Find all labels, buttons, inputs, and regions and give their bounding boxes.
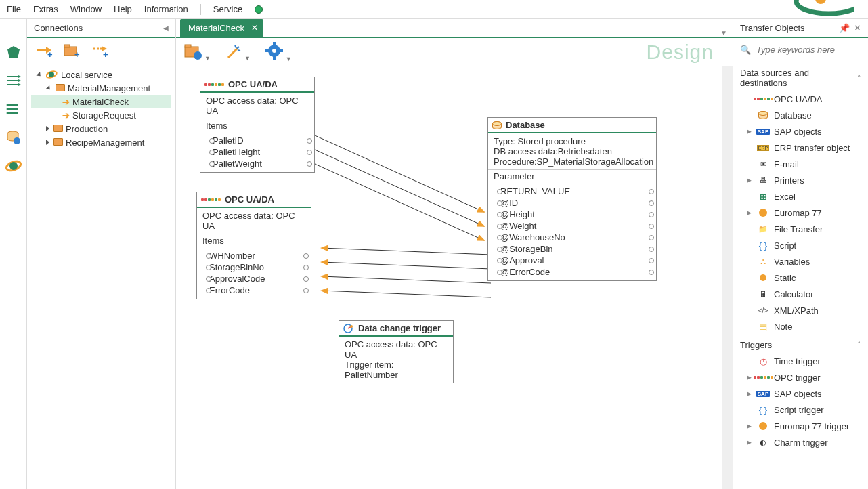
palette-item[interactable]: { }Script trigger bbox=[733, 402, 868, 418]
toolbar-wand-icon[interactable]: ▼ bbox=[225, 43, 251, 62]
palette-item[interactable]: ▤Note bbox=[733, 318, 868, 335]
scrollbar-thumb[interactable] bbox=[723, 229, 731, 270]
palette-item[interactable]: Static bbox=[733, 270, 868, 286]
rail-flow2-icon[interactable] bbox=[5, 100, 22, 118]
palette-item[interactable]: ▶◐Charm trigger bbox=[733, 434, 868, 450]
expand-icon: ▶ bbox=[747, 439, 752, 446]
node-item[interactable]: WHNomber bbox=[209, 251, 255, 261]
svg-rect-29 bbox=[265, 49, 269, 52]
palette-item[interactable]: ▶SAPSAP objects bbox=[733, 385, 868, 402]
item-label: Euromap 77 trigger bbox=[774, 421, 849, 431]
toolbar-add-link[interactable]: + bbox=[92, 43, 110, 60]
item-icon: ⊞ bbox=[758, 192, 768, 201]
palette-item[interactable]: ▶Euromap 77 trigger bbox=[733, 418, 868, 434]
svg-rect-30 bbox=[280, 49, 283, 52]
tab-material-check[interactable]: MaterialCheck ✕ bbox=[180, 19, 263, 37]
section-triggers[interactable]: Triggers˄ bbox=[733, 335, 868, 353]
palette-item[interactable]: ◷Time trigger bbox=[733, 353, 868, 369]
tab-close-icon[interactable]: ✕ bbox=[251, 23, 258, 33]
node-param[interactable]: @ID bbox=[500, 198, 518, 208]
panel-collapse-icon[interactable]: ◀ bbox=[163, 24, 169, 32]
menu-information[interactable]: Information bbox=[144, 4, 188, 14]
node-param[interactable]: @StorageBin bbox=[500, 244, 553, 254]
menu-service[interactable]: Service bbox=[213, 4, 242, 14]
item-label: Static bbox=[774, 273, 796, 283]
palette-item[interactable]: </>XML/XPath bbox=[733, 302, 868, 318]
node-item[interactable]: PalletID bbox=[213, 135, 244, 146]
toolbar-folder-gear-icon[interactable]: ▼ bbox=[184, 43, 211, 62]
palette-item[interactable]: 🖩Calculator bbox=[733, 286, 868, 302]
toolbar-add-connection[interactable]: + bbox=[35, 43, 53, 60]
tab-list-dropdown-icon[interactable]: ▼ bbox=[720, 29, 727, 37]
palette-item[interactable]: ✉E-mail bbox=[733, 156, 868, 172]
rail-flow-icon[interactable] bbox=[5, 72, 22, 89]
item-icon: ✉ bbox=[758, 159, 768, 169]
toolbar-gear-icon[interactable]: ▼ bbox=[265, 42, 292, 63]
design-canvas[interactable]: OPC UA/DA OPC access data: OPC UA Items … bbox=[176, 66, 733, 489]
node-database[interactable]: Database Type: Stored procedure DB acces… bbox=[487, 117, 657, 281]
palette-item[interactable]: ∴Variables bbox=[733, 253, 868, 270]
palette-item[interactable]: ▶OPC trigger bbox=[733, 369, 868, 385]
node-info: DB access data:Betriebsdaten bbox=[494, 146, 651, 156]
palette-item[interactable]: ERPERP transfer object bbox=[733, 140, 868, 156]
rail-shield-icon[interactable] bbox=[5, 43, 22, 61]
node-param[interactable]: @WarehouseNo bbox=[500, 232, 565, 242]
arrow-icon: ➔ bbox=[62, 97, 70, 107]
item-icon: SAP bbox=[758, 389, 768, 398]
palette-item[interactable]: Database bbox=[733, 107, 868, 123]
node-item[interactable]: PalletHeight bbox=[213, 147, 260, 157]
item-icon: SAP bbox=[758, 127, 768, 136]
pin-icon[interactable]: 📌 bbox=[839, 23, 850, 33]
node-item[interactable]: ApprovalCode bbox=[209, 274, 265, 284]
item-icon: 🖩 bbox=[758, 289, 768, 299]
section-data-sources[interactable]: Data sources and destinations˄ bbox=[733, 62, 868, 91]
node-trigger[interactable]: Data change trigger OPC access data: OPC… bbox=[339, 320, 454, 383]
tree-material-check[interactable]: ➔MaterialCheck bbox=[31, 95, 171, 108]
item-icon bbox=[758, 421, 768, 431]
node-param[interactable]: @Approval bbox=[500, 255, 544, 265]
node-item[interactable]: PalletWeight bbox=[213, 158, 262, 169]
item-label: SAP objects bbox=[774, 389, 822, 399]
node-param[interactable]: @Height bbox=[500, 209, 535, 219]
item-label: Variables bbox=[774, 257, 810, 267]
palette-item[interactable]: ⊞Excel bbox=[733, 188, 868, 205]
menu-window[interactable]: Window bbox=[70, 4, 102, 14]
node-param[interactable]: @Weight bbox=[500, 221, 536, 231]
item-label: Note bbox=[774, 322, 792, 332]
rail-globe-icon[interactable] bbox=[5, 157, 22, 175]
node-param[interactable]: @ErrorCode bbox=[500, 267, 550, 277]
close-icon[interactable]: ✕ bbox=[854, 23, 861, 33]
menu-help[interactable]: Help bbox=[114, 4, 132, 14]
node-opc1[interactable]: OPC UA/DA OPC access data: OPC UA Items … bbox=[200, 77, 315, 173]
tree-production[interactable]: Production bbox=[31, 122, 171, 135]
search-input[interactable] bbox=[756, 45, 868, 55]
palette-item[interactable]: ▶🖶Printers bbox=[733, 172, 868, 188]
palette-item[interactable]: ▶SAPSAP objects bbox=[733, 123, 868, 140]
palette-item[interactable]: OPC UA/DA bbox=[733, 91, 868, 107]
search-bar: 🔍 bbox=[733, 38, 868, 62]
tree-material-management[interactable]: MaterialManagement bbox=[31, 81, 171, 95]
item-label: Script bbox=[774, 240, 796, 251]
svg-line-35 bbox=[322, 248, 491, 255]
tree-recipe-management[interactable]: RecipeManagement bbox=[31, 135, 171, 149]
tree-root[interactable]: Local service bbox=[31, 68, 171, 81]
palette-item[interactable]: { }Script bbox=[733, 237, 868, 253]
toolbar-add-folder[interactable]: + bbox=[64, 43, 81, 60]
svg-point-1 bbox=[815, 0, 826, 4]
opc-icon bbox=[204, 83, 224, 86]
menu-bar: File Extras Window Help Information Serv… bbox=[0, 0, 868, 19]
node-item[interactable]: ErrorCode bbox=[209, 285, 250, 295]
tree-storage-request[interactable]: ➔StorageRequest bbox=[31, 108, 171, 122]
folder-icon bbox=[53, 138, 63, 146]
brand-logo bbox=[780, 0, 854, 19]
rail-dbgear-icon[interactable] bbox=[5, 129, 22, 146]
node-item[interactable]: StorageBinNo bbox=[209, 262, 264, 272]
item-icon bbox=[758, 273, 768, 282]
palette-item[interactable]: ▶Euromap 77 bbox=[733, 205, 868, 221]
node-param[interactable]: RETURN_VALUE bbox=[500, 186, 570, 196]
node-opc2[interactable]: OPC UA/DA OPC access data: OPC UA Items … bbox=[196, 192, 311, 299]
palette-item[interactable]: 📁File Transfer bbox=[733, 221, 868, 237]
node-title: OPC UA/DA bbox=[228, 79, 278, 89]
menu-file[interactable]: File bbox=[7, 4, 21, 14]
menu-extras[interactable]: Extras bbox=[33, 4, 58, 14]
